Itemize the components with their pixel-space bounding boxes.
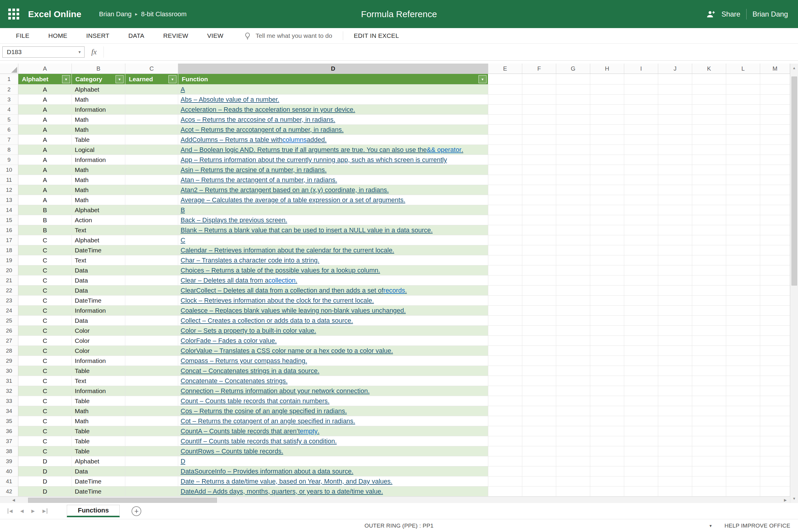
cell-K36[interactable] (692, 426, 726, 436)
cell-F11[interactable] (522, 175, 556, 185)
cell-E25[interactable] (488, 316, 522, 326)
cell-A25[interactable]: C (18, 316, 72, 326)
cell-D3[interactable]: Abs – Absolute value of a number. (178, 95, 488, 104)
cell-I33[interactable] (624, 396, 658, 406)
row-header-40[interactable]: 40 (0, 467, 18, 476)
cell-C7[interactable] (125, 135, 178, 145)
cell-F41[interactable] (522, 476, 556, 487)
function-link[interactable]: Asin – Returns the arcsine of a number, … (180, 166, 327, 174)
column-header-H[interactable]: H (590, 63, 624, 74)
cell-F42[interactable] (522, 487, 556, 496)
cell-G4[interactable] (556, 104, 590, 115)
column-header-F[interactable]: F (522, 63, 556, 74)
cell-H4[interactable] (590, 104, 624, 115)
cell-H8[interactable] (590, 145, 624, 155)
cell-B22[interactable]: Data (72, 285, 125, 296)
cell-M11[interactable] (760, 175, 790, 185)
cell-G36[interactable] (556, 426, 590, 436)
function-link[interactable]: Clock – Retrieves information about the … (180, 297, 374, 304)
cell-J37[interactable] (658, 436, 692, 446)
function-link[interactable]: . (405, 287, 407, 294)
cell-D30[interactable]: Concat – Concatenates strings in a data … (178, 366, 488, 376)
function-link[interactable]: Abs – Absolute value of a number. (180, 96, 279, 103)
scroll-left-arrow-icon[interactable]: ◀ (10, 497, 17, 503)
cell-B15[interactable]: Action (72, 215, 125, 225)
cell-D8[interactable]: And – Boolean logic AND. Returns true if… (178, 145, 488, 155)
cell-M34[interactable] (760, 406, 790, 416)
cell-E2[interactable] (488, 84, 522, 95)
row-header-41[interactable]: 41 (0, 476, 18, 487)
cell-C37[interactable] (125, 436, 178, 446)
cell-B14[interactable]: Alphabet (72, 205, 125, 215)
row-header-1[interactable]: 1 (0, 74, 18, 84)
cell-F21[interactable] (522, 276, 556, 285)
filter-dropdown-icon[interactable]: ▾ (478, 75, 487, 83)
column-header-C[interactable]: C (125, 63, 178, 74)
cell-B39[interactable]: Alphabet (72, 456, 125, 467)
cell-F34[interactable] (522, 406, 556, 416)
cell-F6[interactable] (522, 125, 556, 135)
cell-M36[interactable] (760, 426, 790, 436)
cell-L8[interactable] (726, 145, 760, 155)
row-header-3[interactable]: 3 (0, 95, 18, 104)
function-link[interactable]: CountRows – Counts table records. (180, 448, 283, 455)
cell-E18[interactable] (488, 245, 522, 255)
cell-L32[interactable] (726, 386, 760, 396)
cell-H21[interactable] (590, 276, 624, 285)
cell-F3[interactable] (522, 95, 556, 104)
cell-H30[interactable] (590, 366, 624, 376)
cell-J36[interactable] (658, 426, 692, 436)
cell-G22[interactable] (556, 285, 590, 296)
cell-D26[interactable]: Color – Sets a property to a built-in co… (178, 326, 488, 336)
cell-L28[interactable] (726, 346, 760, 356)
cell-D31[interactable]: Concatenate – Concatenates strings. (178, 376, 488, 386)
cell-M18[interactable] (760, 245, 790, 255)
cell-I16[interactable] (624, 225, 658, 235)
cell-B3[interactable]: Math (72, 95, 125, 104)
cell-A42[interactable]: D (18, 487, 72, 496)
cell-G24[interactable] (556, 306, 590, 316)
cell-D22[interactable]: ClearCollect – Deletes all data from a c… (178, 285, 488, 296)
cell-G23[interactable] (556, 296, 590, 306)
function-link[interactable]: Concatenate – Concatenates strings. (180, 377, 288, 385)
cell-J22[interactable] (658, 285, 692, 296)
cell-F40[interactable] (522, 467, 556, 476)
cell-E23[interactable] (488, 296, 522, 306)
cell-H39[interactable] (590, 456, 624, 467)
cell-C20[interactable] (125, 265, 178, 276)
cell-A21[interactable]: C (18, 276, 72, 285)
cell-B37[interactable]: Table (72, 436, 125, 446)
cell-K31[interactable] (692, 376, 726, 386)
function-link[interactable]: ClearCollect – Deletes all data from a c… (180, 287, 383, 294)
cell-K38[interactable] (692, 446, 726, 456)
cell-B10[interactable]: Math (72, 165, 125, 175)
cell-E22[interactable] (488, 285, 522, 296)
cell-M41[interactable] (760, 476, 790, 487)
name-box-caret-icon[interactable]: ▾ (75, 49, 84, 55)
cell-I9[interactable] (624, 155, 658, 165)
cell-G33[interactable] (556, 396, 590, 406)
cell-C27[interactable] (125, 336, 178, 346)
cell-D15[interactable]: Back – Displays the previous screen. (178, 215, 488, 225)
column-header-B[interactable]: B (72, 63, 125, 74)
scroll-down-arrow-icon[interactable]: ▼ (790, 495, 798, 502)
cell-I31[interactable] (624, 376, 658, 386)
cell-M39[interactable] (760, 456, 790, 467)
function-link[interactable]: Back – Displays the previous screen. (180, 216, 287, 224)
cell-H24[interactable] (590, 306, 624, 316)
cell-C12[interactable] (125, 185, 178, 195)
cell-I3[interactable] (624, 95, 658, 104)
cell-H26[interactable] (590, 326, 624, 336)
filter-dropdown-icon[interactable]: ▾ (169, 75, 176, 83)
cell-C35[interactable] (125, 416, 178, 426)
menu-home[interactable]: HOME (49, 32, 68, 39)
row-header-12[interactable]: 12 (0, 185, 18, 195)
cell-B9[interactable]: Information (72, 155, 125, 165)
table-header-alphabet[interactable]: Alphabet▾ (18, 74, 72, 84)
cell-L4[interactable] (726, 104, 760, 115)
cell-B5[interactable]: Math (72, 115, 125, 125)
cell-I7[interactable] (624, 135, 658, 145)
cell-J25[interactable] (658, 316, 692, 326)
cell-J8[interactable] (658, 145, 692, 155)
cell-L25[interactable] (726, 316, 760, 326)
